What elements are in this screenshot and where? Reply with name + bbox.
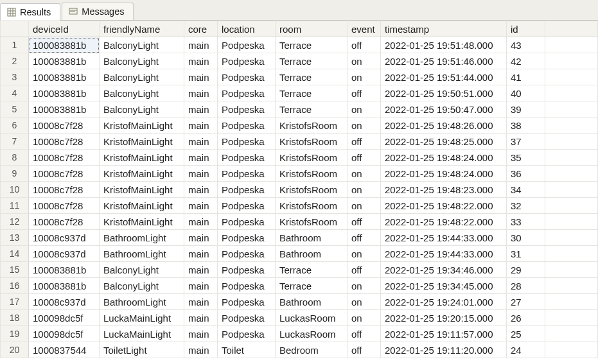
table-row[interactable]: 201000837544ToiletLightmainToiletBedroom… xyxy=(1,342,598,358)
cell-timestamp[interactable]: 2022-01-25 19:50:51.000 xyxy=(381,85,507,101)
cell-timestamp[interactable]: 2022-01-25 19:48:24.000 xyxy=(381,150,507,166)
table-row[interactable]: 1210008c7f28KristofMainLightmainPodpeska… xyxy=(1,214,598,230)
cell-id[interactable]: 34 xyxy=(507,182,545,198)
cell-room[interactable]: LuckasRoom xyxy=(276,326,347,342)
cell-room[interactable]: Terrace xyxy=(276,53,347,69)
col-header-location[interactable]: location xyxy=(218,21,276,37)
cell-timestamp[interactable]: 2022-01-25 19:48:25.000 xyxy=(381,134,507,150)
cell-event[interactable]: on xyxy=(347,69,381,85)
cell-core[interactable]: main xyxy=(184,262,218,278)
cell-friendlyName[interactable]: LuckaMainLight xyxy=(100,326,184,342)
row-number[interactable]: 20 xyxy=(1,342,29,358)
cell-location[interactable]: Podpeska xyxy=(218,85,276,101)
cell-core[interactable]: main xyxy=(184,342,218,358)
cell-event[interactable]: off xyxy=(347,230,381,246)
cell-deviceId[interactable]: 10008c7f28 xyxy=(29,182,100,198)
cell-deviceId[interactable]: 100083881b xyxy=(29,85,100,101)
cell-id[interactable]: 32 xyxy=(507,198,545,214)
col-header-event[interactable]: event xyxy=(347,21,381,37)
cell-friendlyName[interactable]: BalconyLight xyxy=(100,101,184,117)
cell-location[interactable]: Podpeska xyxy=(218,294,276,310)
cell-friendlyName[interactable]: BalconyLight xyxy=(100,53,184,69)
cell-friendlyName[interactable]: BalconyLight xyxy=(100,37,184,53)
col-header-room[interactable]: room xyxy=(276,21,347,37)
cell-deviceId[interactable]: 100083881b xyxy=(29,262,100,278)
cell-timestamp[interactable]: 2022-01-25 19:48:23.000 xyxy=(381,182,507,198)
row-number[interactable]: 2 xyxy=(1,53,29,69)
cell-location[interactable]: Podpeska xyxy=(218,53,276,69)
row-number[interactable]: 9 xyxy=(1,166,29,182)
cell-id[interactable]: 31 xyxy=(507,246,545,262)
cell-friendlyName[interactable]: BalconyLight xyxy=(100,278,184,294)
table-row[interactable]: 1710008c937dBathroomLightmainPodpeskaBat… xyxy=(1,294,598,310)
cell-friendlyName[interactable]: KristofMainLight xyxy=(100,117,184,134)
cell-friendlyName[interactable]: KristofMainLight xyxy=(100,214,184,230)
cell-deviceId[interactable]: 10008c937d xyxy=(29,230,100,246)
cell-location[interactable]: Podpeska xyxy=(218,214,276,230)
cell-room[interactable]: Bathroom xyxy=(276,246,347,262)
cell-timestamp[interactable]: 2022-01-25 19:20:15.000 xyxy=(381,310,507,326)
cell-location[interactable]: Podpeska xyxy=(218,37,276,53)
cell-timestamp[interactable]: 2022-01-25 19:51:48.000 xyxy=(381,37,507,53)
table-row[interactable]: 810008c7f28KristofMainLightmainPodpeskaK… xyxy=(1,150,598,166)
cell-event[interactable]: off xyxy=(347,342,381,358)
cell-deviceId[interactable]: 100098dc5f xyxy=(29,310,100,326)
cell-friendlyName[interactable]: BathroomLight xyxy=(100,246,184,262)
tab-messages[interactable]: Messages xyxy=(62,3,134,20)
cell-location[interactable]: Toilet xyxy=(218,342,276,358)
cell-location[interactable]: Podpeska xyxy=(218,134,276,150)
cell-deviceId[interactable]: 100083881b xyxy=(29,278,100,294)
table-row[interactable]: 19100098dc5fLuckaMainLightmainPodpeskaLu… xyxy=(1,326,598,342)
cell-core[interactable]: main xyxy=(184,198,218,214)
cell-location[interactable]: Podpeska xyxy=(218,230,276,246)
cell-id[interactable]: 41 xyxy=(507,69,545,85)
table-row[interactable]: 1410008c937dBathroomLightmainPodpeskaBat… xyxy=(1,246,598,262)
rownum-header[interactable] xyxy=(1,21,29,37)
table-row[interactable]: 4100083881bBalconyLightmainPodpeskaTerra… xyxy=(1,85,598,101)
cell-room[interactable]: KristofsRoom xyxy=(276,182,347,198)
cell-id[interactable]: 39 xyxy=(507,101,545,117)
cell-room[interactable]: Terrace xyxy=(276,278,347,294)
cell-friendlyName[interactable]: BathroomLight xyxy=(100,294,184,310)
cell-timestamp[interactable]: 2022-01-25 19:50:47.000 xyxy=(381,101,507,117)
cell-timestamp[interactable]: 2022-01-25 19:48:26.000 xyxy=(381,117,507,134)
cell-friendlyName[interactable]: KristofMainLight xyxy=(100,198,184,214)
cell-core[interactable]: main xyxy=(184,117,218,134)
table-row[interactable]: 1010008c7f28KristofMainLightmainPodpeska… xyxy=(1,182,598,198)
cell-core[interactable]: main xyxy=(184,37,218,53)
row-number[interactable]: 15 xyxy=(1,262,29,278)
cell-id[interactable]: 40 xyxy=(507,85,545,101)
row-number[interactable]: 8 xyxy=(1,150,29,166)
cell-location[interactable]: Podpeska xyxy=(218,310,276,326)
row-number[interactable]: 5 xyxy=(1,101,29,117)
cell-location[interactable]: Podpeska xyxy=(218,182,276,198)
cell-core[interactable]: main xyxy=(184,246,218,262)
cell-location[interactable]: Podpeska xyxy=(218,166,276,182)
cell-event[interactable]: off xyxy=(347,326,381,342)
cell-timestamp[interactable]: 2022-01-25 19:44:33.000 xyxy=(381,246,507,262)
cell-location[interactable]: Podpeska xyxy=(218,117,276,134)
cell-room[interactable]: KristofsRoom xyxy=(276,117,347,134)
cell-event[interactable]: on xyxy=(347,278,381,294)
cell-room[interactable]: Bathroom xyxy=(276,294,347,310)
cell-core[interactable]: main xyxy=(184,230,218,246)
cell-timestamp[interactable]: 2022-01-25 19:51:44.000 xyxy=(381,69,507,85)
cell-deviceId[interactable]: 10008c7f28 xyxy=(29,117,100,134)
cell-friendlyName[interactable]: BathroomLight xyxy=(100,230,184,246)
cell-event[interactable]: off xyxy=(347,85,381,101)
col-header-timestamp[interactable]: timestamp xyxy=(381,21,507,37)
cell-event[interactable]: on xyxy=(347,182,381,198)
table-row[interactable]: 3100083881bBalconyLightmainPodpeskaTerra… xyxy=(1,69,598,85)
cell-room[interactable]: LuckasRoom xyxy=(276,310,347,326)
col-header-friendlyName[interactable]: friendlyName xyxy=(100,21,184,37)
cell-id[interactable]: 28 xyxy=(507,278,545,294)
table-row[interactable]: 610008c7f28KristofMainLightmainPodpeskaK… xyxy=(1,117,598,134)
cell-core[interactable]: main xyxy=(184,85,218,101)
cell-friendlyName[interactable]: KristofMainLight xyxy=(100,166,184,182)
row-number[interactable]: 4 xyxy=(1,85,29,101)
cell-id[interactable]: 27 xyxy=(507,294,545,310)
cell-id[interactable]: 25 xyxy=(507,326,545,342)
cell-room[interactable]: Terrace xyxy=(276,262,347,278)
row-number[interactable]: 10 xyxy=(1,182,29,198)
cell-room[interactable]: KristofsRoom xyxy=(276,166,347,182)
